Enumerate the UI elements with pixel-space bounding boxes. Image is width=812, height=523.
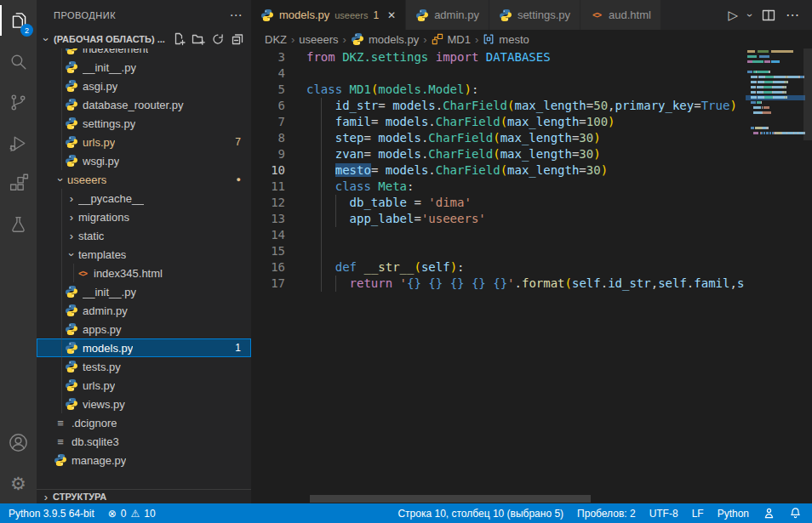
refresh-icon[interactable] — [211, 32, 225, 46]
tree-item-label: models.py — [83, 342, 133, 355]
line-number: 15 — [251, 243, 285, 259]
tree-item-asgi.py[interactable]: asgi.py — [37, 77, 251, 95]
tree-item-admin.py[interactable]: admin.py — [37, 301, 251, 320]
tab-aud.html[interactable]: <>aud.html — [580, 0, 660, 30]
py-icon — [65, 79, 78, 93]
py-icon — [65, 285, 78, 298]
status-label: Python — [718, 508, 749, 520]
code-line-6: 6 id_str= models.CharField(max_length=50… — [251, 98, 747, 114]
language-mode[interactable]: Python — [711, 503, 756, 523]
py-icon — [415, 9, 429, 22]
html-icon: <> — [76, 266, 89, 280]
tree-item-label: __pycache__ — [78, 192, 144, 205]
cursor-position[interactable]: Строка 10, столбец 10 (выбрано 5) — [391, 503, 570, 523]
tree-item-badge: 7 — [235, 136, 241, 148]
code-line-10: 10 mesto= models.CharField(max_length=30… — [251, 162, 747, 179]
run-dropdown-icon[interactable]: › — [744, 14, 756, 17]
search-icon[interactable] — [0, 41, 37, 82]
breadcrumb-MD1[interactable]: MD1 — [432, 33, 471, 46]
tree-item-__init__.py[interactable]: __init__.py — [37, 282, 251, 301]
tree-item-tests.py[interactable]: tests.py — [37, 357, 251, 376]
line-number: 17 — [251, 276, 285, 292]
more-actions-icon[interactable]: ⋯ — [786, 7, 800, 23]
new-file-icon[interactable] — [172, 32, 186, 46]
testing-icon[interactable] — [0, 204, 37, 245]
code-line-15: 15 — [251, 243, 747, 259]
tree-item-migrations[interactable]: ›migrations — [37, 207, 251, 226]
tree-item-indexelement[interactable]: indexelement — [37, 48, 251, 58]
tab-settings.py[interactable]: settings.py — [489, 0, 580, 30]
vscode-window: 2⚙ ПРОВОДНИК ⋯ › (РАБОЧАЯ ОБЛАСТЬ) ... i… — [0, 0, 812, 523]
tree-item-label: apps.py — [83, 323, 122, 336]
close-icon[interactable]: ✕ — [387, 9, 396, 21]
code-area: 3from DKZ.settings import DATABASES45cla… — [251, 48, 812, 503]
tab-description: useeers — [335, 10, 368, 20]
chevron-right-icon: › — [39, 491, 53, 503]
outline-section-header[interactable]: › СТРУКТУРА — [37, 489, 251, 503]
py-icon — [65, 322, 78, 336]
settings-icon[interactable]: ⚙ — [0, 463, 37, 503]
sidebar-more-actions-icon[interactable]: ⋯ — [230, 8, 243, 23]
tab-models.py[interactable]: models.pyuseeers1✕ — [251, 0, 405, 30]
run-icon[interactable]: ▷ — [728, 8, 738, 23]
tree-item-models.py[interactable]: models.py1 — [37, 338, 251, 357]
vertical-scrollbar[interactable] — [803, 48, 812, 140]
tree-item-useeers[interactable]: ›useeers● — [37, 170, 251, 189]
file-icon: ≡ — [54, 416, 67, 429]
tree-item-urls.py[interactable]: urls.py — [37, 376, 251, 395]
tree-item-static[interactable]: ›static — [37, 226, 251, 245]
symbol-class-icon — [432, 33, 443, 45]
explorer-sidebar: ПРОВОДНИК ⋯ › (РАБОЧАЯ ОБЛАСТЬ) ... inde… — [37, 0, 251, 503]
indentation[interactable]: Пробелов: 2 — [570, 503, 643, 523]
run-debug-icon[interactable] — [0, 122, 37, 163]
python-version[interactable]: Python 3.9.5 64-bit — [2, 503, 101, 523]
workspace-section-header[interactable]: › (РАБОЧАЯ ОБЛАСТЬ) ... — [37, 30, 251, 48]
tree-item-settings.py[interactable]: settings.py — [37, 114, 251, 133]
notifications[interactable] — [782, 503, 809, 523]
tree-item-urls.py[interactable]: urls.py7 — [37, 133, 251, 151]
status-label: Python 3.9.5 64-bit — [9, 508, 94, 520]
py-icon — [65, 154, 78, 168]
collapse-all-icon[interactable] — [231, 32, 244, 46]
tab-admin.py[interactable]: admin.py — [406, 0, 489, 30]
horizontal-scrollbar[interactable] — [310, 495, 591, 503]
tree-item-templates[interactable]: ›templates — [37, 245, 251, 264]
breadcrumb-models.py[interactable]: models.py — [351, 32, 419, 46]
encoding[interactable]: UTF-8 — [643, 503, 685, 523]
tree-item-index345.html[interactable]: <>index345.html — [37, 264, 251, 282]
source-control-icon[interactable] — [0, 82, 37, 122]
tree-item-label: wsgi.py — [83, 155, 119, 168]
line-number: 9 — [251, 146, 285, 162]
tree-item-apps.py[interactable]: apps.py — [37, 320, 251, 338]
tree-item-views.py[interactable]: views.py — [37, 395, 251, 413]
extensions-icon[interactable] — [0, 163, 37, 204]
code-line-12: 12 db_table = 'dima' — [251, 195, 747, 211]
code-line-9: 9 zvan= models.CharField(max_length=30) — [251, 146, 747, 162]
feedback[interactable] — [756, 503, 782, 523]
breadcrumb-useeers[interactable]: useeers — [299, 33, 338, 46]
tree-item-label: tests.py — [83, 361, 121, 373]
minimap[interactable] — [747, 49, 803, 136]
breadcrumb-separator-icon: › — [475, 33, 478, 46]
problems[interactable]: ⊗0⚠10 — [101, 503, 163, 523]
eol[interactable]: LF — [685, 503, 711, 523]
status-count: 0 — [121, 508, 127, 520]
breadcrumb-mesto[interactable]: mesto — [483, 33, 529, 46]
py-icon — [65, 117, 78, 130]
split-editor-icon[interactable] — [762, 9, 775, 22]
tree-item-database_roouter.py[interactable]: database_roouter.py — [37, 95, 251, 114]
chevron-down-icon: › — [66, 247, 78, 261]
tree-item-.dcignore[interactable]: ≡.dcignore — [37, 413, 251, 432]
code-editor[interactable]: 3from DKZ.settings import DATABASES45cla… — [251, 48, 747, 503]
file-tree: indexelement__init__.pyasgi.pydatabase_r… — [37, 48, 251, 489]
breadcrumb-DKZ[interactable]: DKZ — [265, 33, 287, 46]
tree-item-manage.py[interactable]: manage.py — [37, 451, 251, 469]
tree-item-__pycache__[interactable]: ›__pycache__ — [37, 189, 251, 207]
tree-item-label: urls.py — [83, 136, 115, 149]
tree-item-__init__.py[interactable]: __init__.py — [37, 58, 251, 77]
new-folder-icon[interactable] — [192, 32, 205, 46]
explorer-icon[interactable]: 2 — [0, 0, 37, 41]
tree-item-wsgi.py[interactable]: wsgi.py — [37, 151, 251, 170]
account-icon[interactable] — [0, 422, 37, 463]
tree-item-db.sqlite3[interactable]: ≡db.sqlite3 — [37, 432, 251, 451]
